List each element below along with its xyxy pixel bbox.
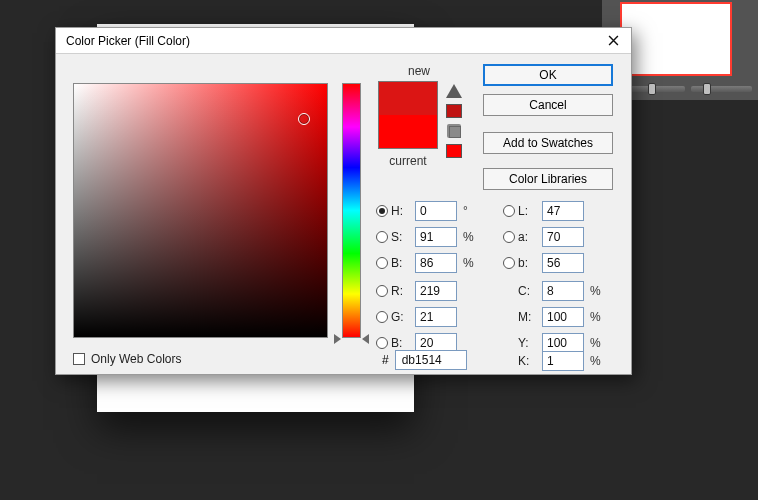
label-b: B: (391, 336, 409, 350)
only-web-colors-checkbox[interactable] (73, 353, 85, 365)
radio-bv[interactable] (376, 257, 388, 269)
row-k: K: % (518, 350, 606, 372)
panel-swatch (620, 2, 732, 76)
row-s: S: % (376, 226, 479, 248)
input-hex[interactable] (395, 350, 467, 370)
radio-s[interactable] (376, 231, 388, 243)
label-a: a: (518, 230, 536, 244)
label-g: G: (391, 310, 409, 324)
only-web-colors-label: Only Web Colors (91, 352, 181, 366)
gamut-corrected-swatch[interactable] (446, 104, 462, 118)
color-picker-dialog: Color Picker (Fill Color) new current OK… (55, 27, 632, 375)
label-s: S: (391, 230, 409, 244)
radio-b[interactable] (376, 337, 388, 349)
sv-cursor[interactable] (298, 113, 310, 125)
dialog-content: new current OK Cancel Add to Swatches Co… (56, 54, 631, 374)
unit-pct-b: % (463, 256, 479, 270)
color-preview (378, 81, 438, 149)
titlebar[interactable]: Color Picker (Fill Color) (56, 28, 631, 54)
ok-button[interactable]: OK (483, 64, 613, 86)
label-bv: B: (391, 256, 409, 270)
hex-row: # (382, 350, 467, 370)
input-s[interactable] (415, 227, 457, 247)
input-h[interactable] (415, 201, 457, 221)
radio-l[interactable] (503, 205, 515, 217)
add-to-swatches-button[interactable]: Add to Swatches (483, 132, 613, 154)
input-k[interactable] (542, 351, 584, 371)
row-g: G: (376, 306, 457, 328)
new-color-swatch (379, 82, 437, 115)
hash-label: # (382, 353, 389, 367)
row-a: a: (503, 226, 584, 248)
label-m: M: (518, 310, 536, 324)
dialog-title: Color Picker (Fill Color) (66, 34, 190, 48)
hue-pointer-left-icon[interactable] (334, 334, 341, 344)
radio-bb[interactable] (503, 257, 515, 269)
mini-slider-thumb[interactable] (648, 83, 656, 95)
input-m[interactable] (542, 307, 584, 327)
label-k: K: (518, 354, 536, 368)
warning-stack (443, 84, 465, 158)
label-h: H: (391, 204, 409, 218)
color-libraries-button[interactable]: Color Libraries (483, 168, 613, 190)
unit-pct-m: % (590, 310, 606, 324)
radio-g[interactable] (376, 311, 388, 323)
label-l: L: (518, 204, 536, 218)
unit-deg: ° (463, 204, 479, 218)
row-c: C: % (518, 280, 606, 302)
websafe-corrected-swatch[interactable] (446, 144, 462, 158)
input-bv[interactable] (415, 253, 457, 273)
unit-pct-c: % (590, 284, 606, 298)
current-color-label: current (378, 154, 438, 168)
radio-a[interactable] (503, 231, 515, 243)
row-r: R: (376, 280, 457, 302)
row-l: L: (503, 200, 584, 222)
saturation-value-field[interactable] (73, 83, 328, 338)
row-m: M: % (518, 306, 606, 328)
row-h: H: ° (376, 200, 479, 222)
radio-h[interactable] (376, 205, 388, 217)
current-color-swatch[interactable] (379, 115, 437, 148)
hue-pointer-right-icon[interactable] (362, 334, 369, 344)
close-button[interactable] (603, 31, 623, 51)
cancel-button[interactable]: Cancel (483, 94, 613, 116)
input-bb[interactable] (542, 253, 584, 273)
label-c: C: (518, 284, 536, 298)
label-r: R: (391, 284, 409, 298)
input-l[interactable] (542, 201, 584, 221)
close-icon (608, 35, 619, 46)
input-c[interactable] (542, 281, 584, 301)
row-bv: B: % (376, 252, 479, 274)
input-g[interactable] (415, 307, 457, 327)
mini-slider-track[interactable] (624, 86, 685, 92)
input-r[interactable] (415, 281, 457, 301)
mini-slider-thumb-2[interactable] (703, 83, 711, 95)
radio-r[interactable] (376, 285, 388, 297)
new-color-label: new (394, 64, 444, 78)
row-bb: b: (503, 252, 584, 274)
gamut-warning-icon[interactable] (446, 84, 462, 98)
unit-pct-s: % (463, 230, 479, 244)
label-y: Y: (518, 336, 536, 350)
unit-pct-k: % (590, 354, 606, 368)
only-web-colors-row: Only Web Colors (73, 352, 181, 366)
label-bb: b: (518, 256, 536, 270)
hue-slider[interactable] (342, 83, 361, 338)
input-a[interactable] (542, 227, 584, 247)
unit-pct-y: % (590, 336, 606, 350)
websafe-warning-icon[interactable] (447, 124, 461, 138)
mini-slider-track-2[interactable] (691, 86, 752, 92)
